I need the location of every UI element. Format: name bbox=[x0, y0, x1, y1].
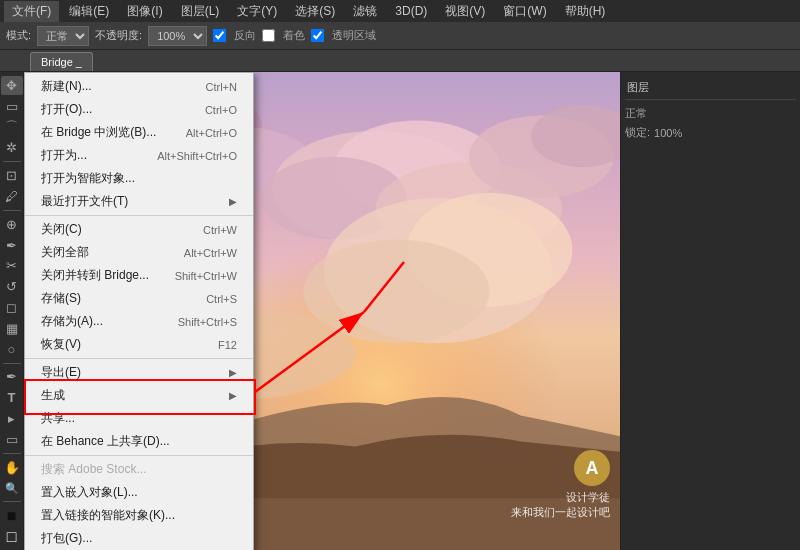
shape-tool[interactable]: ▭ bbox=[1, 430, 23, 449]
path-select-tool[interactable]: ▸ bbox=[1, 409, 23, 428]
menu-item-generate[interactable]: 生成 ▶ bbox=[25, 384, 253, 407]
menu-item-close-bridge[interactable]: 关闭并转到 Bridge... Shift+Ctrl+W bbox=[25, 264, 253, 287]
menu-sep-2 bbox=[25, 358, 253, 359]
menu-item-generate-label: 生成 bbox=[41, 387, 65, 404]
menu-item-export-arrow: ▶ bbox=[229, 367, 237, 378]
menu-item-view[interactable]: 视图(V) bbox=[437, 1, 493, 22]
menu-item-filter[interactable]: 滤镜 bbox=[345, 1, 385, 22]
crop-tool[interactable]: ⊡ bbox=[1, 166, 23, 185]
menu-item-open-as[interactable]: 打开为... Alt+Shift+Ctrl+O bbox=[25, 144, 253, 167]
menu-item-package[interactable]: 打包(G)... bbox=[25, 527, 253, 550]
menu-item-search-stock[interactable]: 搜索 Adobe Stock... bbox=[25, 458, 253, 481]
right-panel: 图层 正常 锁定: 100% bbox=[620, 72, 800, 550]
transparent-label: 透明区域 bbox=[332, 28, 376, 43]
invert-checkbox[interactable] bbox=[213, 29, 226, 42]
foreground-color[interactable]: ■ bbox=[1, 506, 23, 525]
menu-item-recent-arrow: ▶ bbox=[229, 196, 237, 207]
healing-tool[interactable]: ⊕ bbox=[1, 215, 23, 234]
menu-bar: 文件(F) 编辑(E) 图像(I) 图层(L) 文字(Y) 选择(S) 滤镜 3… bbox=[0, 0, 800, 22]
menu-item-browse-bridge-shortcut: Alt+Ctrl+O bbox=[186, 127, 237, 139]
tool-divider-1 bbox=[3, 161, 21, 162]
menu-item-open-smart[interactable]: 打开为智能对象... bbox=[25, 167, 253, 190]
tool-divider-2 bbox=[3, 210, 21, 211]
menu-item-open-label: 打开(O)... bbox=[41, 101, 92, 118]
menu-item-search-stock-label: 搜索 Adobe Stock... bbox=[41, 461, 146, 478]
menu-item-new[interactable]: 新建(N)... Ctrl+N bbox=[25, 75, 253, 98]
file-dropdown-overlay: 新建(N)... Ctrl+N 打开(O)... Ctrl+O 在 Bridge… bbox=[24, 72, 254, 550]
menu-item-share[interactable]: 共享... bbox=[25, 407, 253, 430]
menu-item-new-shortcut: Ctrl+N bbox=[206, 81, 237, 93]
menu-item-file[interactable]: 文件(F) bbox=[4, 1, 59, 22]
transparent-checkbox[interactable] bbox=[311, 29, 324, 42]
menu-item-share-behance[interactable]: 在 Behance 上共享(D)... bbox=[25, 430, 253, 453]
lasso-tool[interactable]: ⌒ bbox=[1, 118, 23, 137]
mode-select[interactable]: 正常 bbox=[37, 26, 89, 46]
menu-item-open-as-shortcut: Alt+Shift+Ctrl+O bbox=[157, 150, 237, 162]
panel-opacity-value: 100% bbox=[654, 127, 682, 139]
menu-item-select[interactable]: 选择(S) bbox=[287, 1, 343, 22]
hand-tool[interactable]: ✋ bbox=[1, 458, 23, 477]
brush-tool[interactable]: ✒ bbox=[1, 236, 23, 255]
menu-item-close-all[interactable]: 关闭全部 Alt+Ctrl+W bbox=[25, 241, 253, 264]
menu-item-place-linked-label: 置入链接的智能对象(K)... bbox=[41, 507, 175, 524]
menu-sep-3 bbox=[25, 455, 253, 456]
menu-item-package-label: 打包(G)... bbox=[41, 530, 92, 547]
colorize-label: 着色 bbox=[283, 28, 305, 43]
pen-tool[interactable]: ✒ bbox=[1, 368, 23, 387]
menu-item-export[interactable]: 导出(E) ▶ bbox=[25, 361, 253, 384]
menu-item-window[interactable]: 窗口(W) bbox=[495, 1, 554, 22]
menu-item-close-all-label: 关闭全部 bbox=[41, 244, 89, 261]
menu-item-image[interactable]: 图像(I) bbox=[119, 1, 170, 22]
menu-item-revert[interactable]: 恢复(V) F12 bbox=[25, 333, 253, 356]
menu-item-close-label: 关闭(C) bbox=[41, 221, 82, 238]
main-area: ✥ ▭ ⌒ ✲ ⊡ 🖊 ⊕ ✒ ✂ ↺ ◻ ▦ ○ ✒ T ▸ ▭ ✋ 🔍 ■ … bbox=[0, 72, 800, 550]
eraser-tool[interactable]: ◻ bbox=[1, 298, 23, 317]
canvas-area: 新建(N)... Ctrl+N 打开(O)... Ctrl+O 在 Bridge… bbox=[24, 72, 620, 550]
menu-item-recent[interactable]: 最近打开文件(T) ▶ bbox=[25, 190, 253, 213]
menu-item-layer[interactable]: 图层(L) bbox=[173, 1, 228, 22]
clone-tool[interactable]: ✂ bbox=[1, 256, 23, 275]
menu-item-help[interactable]: 帮助(H) bbox=[557, 1, 614, 22]
menu-item-revert-shortcut: F12 bbox=[218, 339, 237, 351]
menu-item-save-as[interactable]: 存储为(A)... Shift+Ctrl+S bbox=[25, 310, 253, 333]
colorize-checkbox[interactable] bbox=[262, 29, 275, 42]
panel-opacity-label: 锁定: bbox=[625, 125, 650, 140]
menu-item-close-shortcut: Ctrl+W bbox=[203, 224, 237, 236]
move-tool[interactable]: ✥ bbox=[1, 76, 23, 95]
menu-item-browse-bridge[interactable]: 在 Bridge 中浏览(B)... Alt+Ctrl+O bbox=[25, 121, 253, 144]
panel-mode-label: 正常 bbox=[625, 106, 647, 121]
watermark-logo: A bbox=[574, 450, 610, 486]
file-dropdown-menu: 新建(N)... Ctrl+N 打开(O)... Ctrl+O 在 Bridge… bbox=[24, 72, 254, 550]
menu-item-close[interactable]: 关闭(C) Ctrl+W bbox=[25, 218, 253, 241]
tab-bridge[interactable]: Bridge _ bbox=[30, 52, 93, 71]
menu-item-place-linked[interactable]: 置入链接的智能对象(K)... bbox=[25, 504, 253, 527]
menu-item-type[interactable]: 文字(Y) bbox=[229, 1, 285, 22]
menu-item-save-as-shortcut: Shift+Ctrl+S bbox=[178, 316, 237, 328]
tool-divider-4 bbox=[3, 453, 21, 454]
menu-item-close-bridge-shortcut: Shift+Ctrl+W bbox=[175, 270, 237, 282]
panel-title: 图层 bbox=[625, 76, 796, 100]
menu-item-save[interactable]: 存储(S) Ctrl+S bbox=[25, 287, 253, 310]
dodge-tool[interactable]: ○ bbox=[1, 340, 23, 359]
watermark: A 设计学徒 来和我们一起设计吧 bbox=[511, 450, 610, 520]
menu-item-share-behance-label: 在 Behance 上共享(D)... bbox=[41, 433, 170, 450]
options-bar: 模式: 正常 不透明度: 100% 反向 着色 透明区域 bbox=[0, 22, 800, 50]
panel-mode-row: 正常 bbox=[625, 104, 796, 123]
menu-item-place-embedded[interactable]: 置入嵌入对象(L)... bbox=[25, 481, 253, 504]
opacity-label: 不透明度: bbox=[95, 28, 142, 43]
tab-bar: Bridge _ bbox=[0, 50, 800, 72]
menu-item-open[interactable]: 打开(O)... Ctrl+O bbox=[25, 98, 253, 121]
watermark-tagline: 来和我们一起设计吧 bbox=[511, 505, 610, 520]
type-tool[interactable]: T bbox=[1, 388, 23, 407]
gradient-tool[interactable]: ▦ bbox=[1, 319, 23, 338]
history-brush-tool[interactable]: ↺ bbox=[1, 277, 23, 296]
zoom-tool[interactable]: 🔍 bbox=[1, 479, 23, 498]
background-color[interactable]: □ bbox=[1, 527, 23, 546]
menu-item-3d[interactable]: 3D(D) bbox=[387, 2, 435, 20]
watermark-logo-text: A bbox=[586, 458, 599, 479]
menu-item-edit[interactable]: 编辑(E) bbox=[61, 1, 117, 22]
opacity-select[interactable]: 100% bbox=[148, 26, 207, 46]
rect-select-tool[interactable]: ▭ bbox=[1, 97, 23, 116]
magic-wand-tool[interactable]: ✲ bbox=[1, 139, 23, 158]
eyedropper-tool[interactable]: 🖊 bbox=[1, 187, 23, 206]
